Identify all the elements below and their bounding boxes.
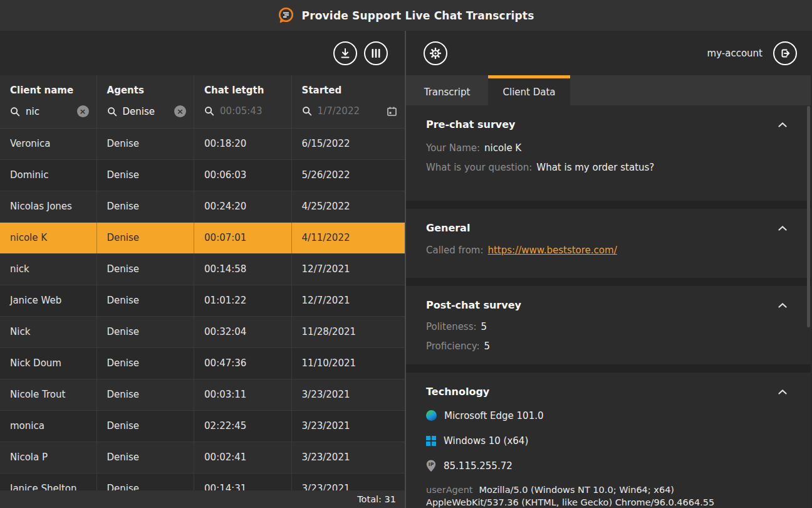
- cell-agent: Denise: [97, 317, 195, 347]
- clear-filter-icon[interactable]: ×: [174, 105, 186, 117]
- logout-button[interactable]: [773, 41, 797, 65]
- cell-chat-length: 00:07:01: [194, 223, 292, 253]
- called-from-link[interactable]: https://www.beststore.com/: [487, 245, 617, 256]
- collapse-chevron-up-icon[interactable]: [776, 300, 789, 310]
- cell-started: 11/28/2021: [292, 317, 405, 347]
- detail-panel: my-account Transcript Client Data: [406, 31, 811, 508]
- cell-started: 3/23/2021: [292, 474, 405, 490]
- cell-client-name: Veronica: [0, 129, 97, 159]
- collapse-chevron-up-icon[interactable]: [776, 120, 789, 130]
- cell-started: 4/11/2022: [292, 223, 405, 253]
- field-label: What is your question:: [426, 162, 532, 173]
- agents-filter: ×: [107, 105, 187, 117]
- cell-client-name: nick: [0, 254, 97, 285]
- table-row[interactable]: Nicolas Jones Denise 00:24:20 4/25/2022: [0, 191, 405, 223]
- column-label-agents: Agents: [107, 85, 187, 96]
- tab-transcript[interactable]: Transcript: [406, 75, 488, 105]
- detail-toolbar: my-account: [406, 31, 811, 75]
- total-count: Total: 31: [357, 494, 396, 504]
- cell-client-name: nicole K: [0, 223, 97, 253]
- cell-started: 12/7/2021: [292, 254, 405, 285]
- collapse-chevron-up-icon[interactable]: [776, 223, 789, 233]
- column-agents: Agents ×: [97, 75, 195, 128]
- table-row[interactable]: Janice Web Denise 01:01:22 12/7/2021: [0, 285, 405, 317]
- user-agent-label: userAgent: [426, 485, 473, 495]
- table-row[interactable]: monica Denise 02:22:45 3/23/2021: [0, 411, 405, 442]
- cell-started: 3/23/2021: [292, 442, 405, 473]
- section-postchat-survey: Post-chat survey Politeness:5 Proficienc…: [406, 286, 811, 364]
- search-icon: [10, 107, 20, 117]
- account-name[interactable]: my-account: [707, 48, 763, 59]
- cell-client-name: Nick: [0, 317, 97, 347]
- vertical-scrollbar[interactable]: [807, 106, 810, 327]
- search-icon: [107, 107, 117, 117]
- collapse-chevron-up-icon[interactable]: [776, 387, 789, 397]
- column-label-chat-length: Chat letgth: [204, 85, 284, 96]
- section-general: General Called from:https://www.beststor…: [406, 209, 811, 278]
- prechat-name-row: Your Name:nicole K: [426, 141, 789, 155]
- cell-chat-length: 00:18:20: [194, 129, 292, 159]
- columns-button[interactable]: [364, 41, 388, 65]
- table-body: Veronica Denise 00:18:20 6/15/2022 Domin…: [0, 129, 405, 490]
- table-row[interactable]: nicole K Denise 00:07:01 4/11/2022: [0, 223, 405, 254]
- table-row[interactable]: Nick Denise 00:32:04 11/28/2021: [0, 317, 405, 348]
- politeness-row: Politeness:5: [426, 320, 789, 334]
- table-row[interactable]: Nicole Trout Denise 00:03:11 3/23/2021: [0, 379, 405, 411]
- download-button[interactable]: [333, 41, 357, 65]
- tab-client-data[interactable]: Client Data: [488, 75, 570, 105]
- cell-chat-length: 00:06:03: [194, 160, 292, 191]
- gear-icon: [429, 47, 442, 60]
- cell-client-name: Janice Shelton: [0, 474, 97, 490]
- field-value: 5: [484, 341, 490, 352]
- table-row[interactable]: Janice Shelton Denise 00:14:31 3/23/2021: [0, 474, 405, 490]
- cell-agent: Denise: [97, 442, 195, 473]
- app-title: Provide Support Live Chat Transcripts: [301, 9, 534, 22]
- started-filter-input[interactable]: [318, 105, 381, 117]
- os-value: Windows 10 (x64): [444, 435, 528, 447]
- table-row[interactable]: Dominic Denise 00:06:03 5/26/2022: [0, 160, 405, 191]
- column-client-name: Client name ×: [0, 75, 97, 128]
- list-toolbar: [0, 31, 405, 75]
- user-agent-row: userAgentMozilla/5.0 (Windows NT 10.0; W…: [426, 484, 789, 508]
- section-title: Technology: [426, 386, 489, 398]
- section-prechat-survey: Pre-chat survey Your Name:nicole K What …: [406, 105, 811, 201]
- cell-agent: Denise: [97, 285, 195, 316]
- client-data-content: Pre-chat survey Your Name:nicole K What …: [406, 105, 811, 508]
- cell-started: 5/26/2022: [292, 160, 405, 191]
- cell-client-name: Nicola P: [0, 442, 97, 473]
- chat-length-filter-input[interactable]: [220, 105, 284, 117]
- transcripts-list-panel: Client name × Agents: [0, 31, 406, 508]
- browser-row: Microsoft Edge 101.0: [426, 408, 789, 423]
- agents-filter-input[interactable]: [123, 106, 169, 117]
- settings-button[interactable]: [424, 41, 447, 65]
- client-name-filter-input[interactable]: [26, 106, 71, 117]
- cell-client-name: Nick Doum: [0, 348, 97, 379]
- cell-chat-length: 00:14:58: [194, 254, 292, 285]
- table-row[interactable]: Veronica Denise 00:18:20 6/15/2022: [0, 129, 405, 160]
- download-icon: [339, 47, 351, 60]
- called-from-row: Called from:https://www.beststore.com/: [426, 243, 789, 257]
- edge-browser-icon: [426, 410, 437, 421]
- clear-filter-icon[interactable]: ×: [77, 105, 89, 117]
- cell-agent: Denise: [97, 191, 195, 222]
- table-row[interactable]: nick Denise 00:14:58 12/7/2021: [0, 254, 405, 285]
- table-row[interactable]: Nicola P Denise 00:02:41 3/23/2021: [0, 442, 405, 474]
- cell-started: 4/25/2022: [292, 191, 405, 222]
- ip-value: 85.115.255.72: [444, 460, 513, 472]
- section-technology: Technology Microsoft Edge 101.0 Windows …: [406, 373, 811, 508]
- logout-icon: [779, 47, 791, 60]
- column-label-started: Started: [302, 85, 397, 96]
- section-title: Pre-chat survey: [426, 119, 516, 130]
- cell-agent: Denise: [97, 223, 195, 253]
- calendar-icon[interactable]: [387, 106, 397, 117]
- cell-agent: Denise: [97, 379, 195, 410]
- column-chat-length: Chat letgth: [194, 75, 292, 128]
- os-row: Windows 10 (x64): [426, 433, 789, 448]
- table-row[interactable]: Nick Doum Denise 00:47:36 11/10/2021: [0, 348, 405, 379]
- cell-agent: Denise: [97, 411, 195, 442]
- field-label: Proficiency:: [426, 341, 479, 352]
- cell-chat-length: 01:01:22: [194, 285, 292, 316]
- search-icon: [204, 106, 214, 116]
- chat-length-filter: [204, 105, 284, 117]
- cell-agent: Denise: [97, 129, 195, 159]
